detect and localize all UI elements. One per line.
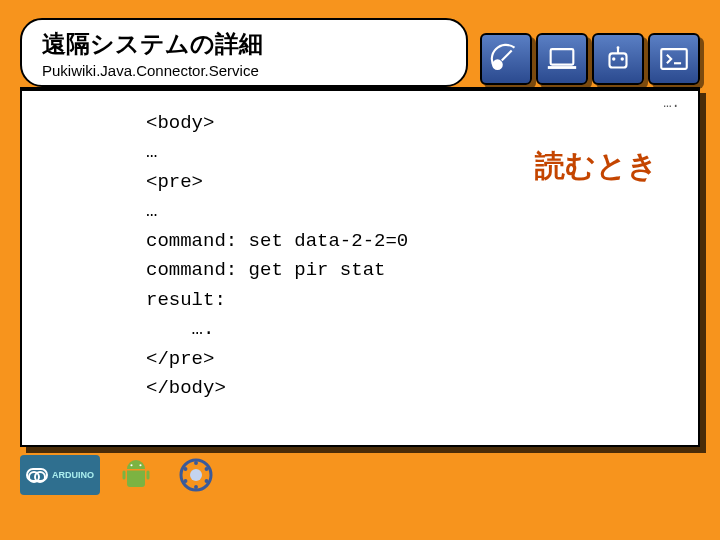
svg-rect-13	[123, 471, 126, 480]
svg-point-11	[130, 464, 132, 466]
code-line: command: get pir stat	[146, 259, 385, 281]
main-panel: …. <body> … <pre> … command: set data-2-…	[20, 87, 700, 447]
page-title: 遠隔システムの詳細	[42, 28, 446, 60]
page-subtitle: Pukiwiki.Java.Connector.Service	[42, 62, 446, 79]
annotation-label: 読むとき	[535, 146, 658, 187]
code-line: </pre>	[146, 348, 214, 370]
svg-point-12	[139, 464, 141, 466]
svg-line-1	[502, 51, 512, 61]
header-icon-row	[480, 33, 700, 85]
svg-point-18	[205, 467, 209, 471]
svg-rect-9	[661, 49, 687, 69]
svg-rect-4	[610, 53, 627, 67]
svg-point-16	[190, 469, 202, 481]
svg-point-0	[493, 60, 502, 69]
code-line: …	[146, 200, 157, 222]
robot-icon	[592, 33, 644, 85]
svg-rect-14	[147, 471, 150, 480]
code-line: </body>	[146, 377, 226, 399]
code-line: <pre>	[146, 171, 203, 193]
svg-point-20	[194, 485, 198, 489]
corner-ellipsis: ….	[663, 95, 680, 111]
svg-point-22	[184, 467, 188, 471]
svg-point-5	[612, 57, 615, 60]
header: 遠隔システムの詳細 Pukiwiki.Java.Connector.Servic…	[20, 18, 700, 87]
laptop-icon	[536, 33, 588, 85]
arduino-logo-icon: ARDUINO	[20, 455, 100, 495]
code-line: command: set data-2-2=0	[146, 230, 408, 252]
satellite-dish-icon	[480, 33, 532, 85]
code-line: …	[146, 141, 157, 163]
arduino-label: ARDUINO	[52, 470, 94, 480]
android-icon	[112, 455, 160, 495]
svg-rect-3	[548, 66, 576, 69]
svg-rect-2	[551, 49, 574, 65]
code-line: ….	[146, 318, 214, 340]
osgi-logo-icon	[172, 455, 220, 495]
footer-icons: ARDUINO	[20, 455, 700, 495]
svg-point-17	[194, 461, 198, 465]
code-line: <body>	[146, 112, 214, 134]
svg-point-21	[184, 479, 188, 483]
svg-point-8	[617, 46, 620, 49]
terminal-icon	[648, 33, 700, 85]
svg-point-19	[205, 479, 209, 483]
code-line: result:	[146, 289, 226, 311]
svg-point-6	[621, 57, 624, 60]
title-block: 遠隔システムの詳細 Pukiwiki.Java.Connector.Servic…	[20, 18, 468, 87]
